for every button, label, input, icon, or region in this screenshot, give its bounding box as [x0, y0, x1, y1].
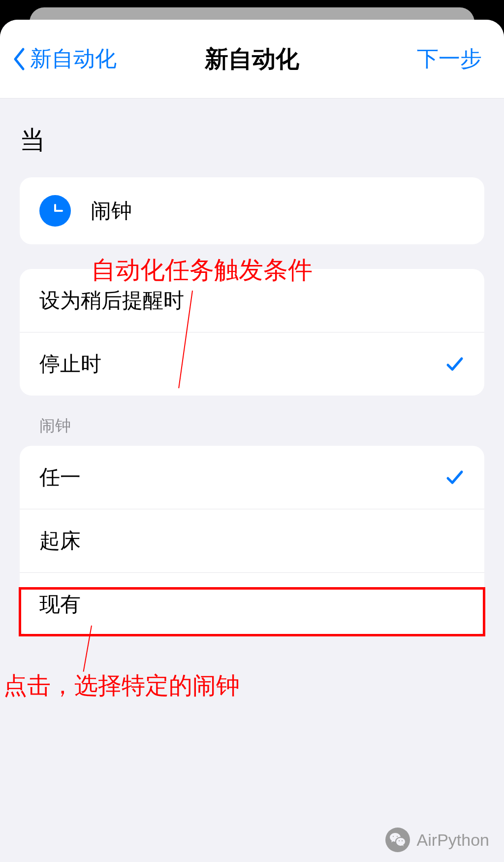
alarm-option-existing[interactable]: 现有	[20, 572, 484, 636]
content-area: 当 闹钟 设为稍后提醒时 停止时 闹钟 任一	[0, 99, 504, 636]
chevron-left-icon	[12, 47, 26, 71]
condition-label: 设为稍后提醒时	[39, 287, 184, 314]
alarm-label: 现有	[39, 591, 81, 618]
modal-sheet: 新自动化 新自动化 下一步 当 闹钟 设为稍后提醒时 停止时 闹钟	[0, 20, 504, 862]
wechat-icon	[385, 828, 410, 852]
alarm-label: 任一	[39, 464, 81, 491]
back-button[interactable]: 新自动化	[12, 44, 140, 73]
condition-option-stop[interactable]: 停止时	[20, 332, 484, 396]
next-button[interactable]: 下一步	[364, 44, 492, 73]
alarm-card: 任一 起床 现有	[20, 446, 484, 636]
nav-title: 新自动化	[140, 43, 364, 75]
alarm-label: 起床	[39, 527, 81, 555]
trigger-card: 闹钟	[20, 177, 484, 244]
condition-label: 停止时	[39, 350, 101, 378]
alarm-section-label: 闹钟	[20, 415, 484, 446]
section-heading: 当	[20, 99, 484, 177]
condition-card: 设为稍后提醒时 停止时	[20, 269, 484, 396]
watermark: AirPython	[385, 828, 489, 852]
annotation-top: 自动化任务触发条件	[91, 254, 313, 287]
back-label: 新自动化	[30, 44, 117, 73]
clock-icon	[39, 195, 71, 227]
watermark-text: AirPython	[417, 830, 489, 850]
alarm-option-wake[interactable]: 起床	[20, 509, 484, 572]
nav-bar: 新自动化 新自动化 下一步	[0, 20, 504, 99]
checkmark-icon	[445, 467, 465, 487]
annotation-bottom: 点击，选择特定的闹钟	[3, 670, 240, 701]
trigger-label: 闹钟	[91, 197, 132, 225]
alarm-option-any[interactable]: 任一	[20, 446, 484, 509]
trigger-row[interactable]: 闹钟	[20, 177, 484, 244]
checkmark-icon	[445, 354, 465, 374]
